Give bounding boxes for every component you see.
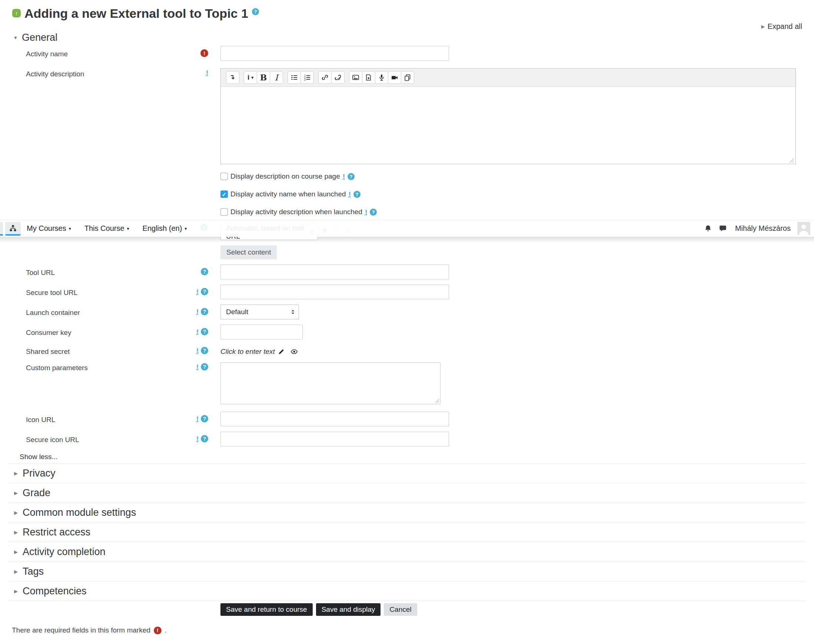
- eye-icon[interactable]: [290, 348, 298, 355]
- record-video-icon[interactable]: [388, 71, 401, 84]
- section-heading-restrict-access[interactable]: ▶ Restrict access: [8, 522, 806, 542]
- chevron-right-icon: ▶: [14, 510, 18, 515]
- navbar: My Courses▾ This Course▾ English (en)▾ M…: [0, 220, 814, 237]
- secure-tool-url-input[interactable]: [221, 285, 449, 299]
- sitemap-icon[interactable]: [5, 222, 21, 236]
- user-name[interactable]: Mihály Mészáros: [735, 224, 791, 233]
- help-icon[interactable]: ?: [201, 435, 208, 442]
- section-heading-common-module-settings[interactable]: ▶ Common module settings: [8, 503, 806, 522]
- navbar-shadow: [0, 236, 814, 243]
- unlink-icon[interactable]: [331, 71, 345, 84]
- icon-url-input[interactable]: [221, 412, 449, 426]
- chevron-right-icon: ▶: [14, 491, 18, 495]
- secure-icon-url-input[interactable]: [221, 432, 449, 446]
- consumer-key-input[interactable]: [221, 325, 303, 339]
- external-tool-activity-icon: ↑: [12, 9, 21, 17]
- unordered-list-icon[interactable]: [288, 71, 301, 84]
- help-icon[interactable]: ?: [201, 288, 208, 295]
- help-icon[interactable]: ?: [201, 328, 208, 335]
- warning-icon: !: [196, 363, 199, 371]
- page-title: Adding a new External tool to Topic 1: [25, 6, 248, 21]
- launch-container-select[interactable]: Default: [221, 305, 299, 319]
- warning-icon: !: [196, 288, 199, 295]
- display-description-checkbox[interactable]: ✓ Display description on course page ! ?: [221, 172, 354, 181]
- custom-parameters-textarea[interactable]: [221, 362, 440, 404]
- nav-this-course[interactable]: This Course▾: [84, 224, 129, 233]
- display-activity-name-checkbox[interactable]: ✓ Display activity name when launched ! …: [221, 190, 360, 198]
- save-and-return-button[interactable]: Save and return to course: [221, 603, 313, 616]
- help-icon[interactable]: ?: [353, 191, 360, 198]
- manage-files-icon[interactable]: [401, 71, 414, 84]
- resize-handle-icon[interactable]: [435, 399, 439, 403]
- chevron-right-icon: ▶: [14, 471, 18, 476]
- cancel-button[interactable]: Cancel: [384, 603, 417, 616]
- display-activity-description-checkbox[interactable]: ✓ Display activity description when laun…: [221, 208, 377, 216]
- section-heading-activity-completion[interactable]: ▶ Activity completion: [8, 542, 806, 561]
- consumer-key-label: Consumer key: [26, 329, 72, 337]
- editor-toolbar: i▾ B I 123: [221, 69, 796, 87]
- help-icon[interactable]: ?: [201, 363, 208, 371]
- required-icon: !: [201, 49, 208, 57]
- section-heading-privacy[interactable]: ▶ Privacy: [8, 463, 806, 483]
- tool-url-input[interactable]: [221, 265, 449, 279]
- form-actions: Save and return to course Save and displ…: [221, 603, 417, 616]
- help-icon[interactable]: ?: [201, 268, 208, 275]
- expand-all-link[interactable]: ▶ Expand all: [761, 22, 802, 31]
- collapse-toolbar-icon[interactable]: [226, 71, 239, 84]
- chevron-down-icon: ▾: [69, 226, 71, 231]
- warning-icon: !: [196, 347, 199, 354]
- insert-media-icon[interactable]: [362, 71, 375, 84]
- section-heading-tags[interactable]: ▶ Tags: [8, 561, 806, 581]
- pencil-icon[interactable]: [278, 348, 285, 355]
- paragraph-styles-icon[interactable]: i▾: [244, 71, 257, 84]
- chevron-down-icon: ▼: [13, 35, 18, 40]
- warning-icon: !: [196, 328, 199, 335]
- chevron-right-icon: ▶: [14, 569, 18, 574]
- save-and-display-button[interactable]: Save and display: [316, 603, 381, 616]
- link-icon[interactable]: [318, 71, 332, 84]
- editor-content-area[interactable]: [221, 87, 796, 164]
- record-audio-icon[interactable]: [375, 71, 388, 84]
- chevron-right-icon: ▶: [761, 24, 765, 29]
- activity-name-label: Activity name: [26, 50, 68, 58]
- warning-icon: !: [196, 435, 199, 442]
- bold-icon[interactable]: B: [257, 71, 270, 84]
- chevron-right-icon: ▶: [14, 530, 18, 535]
- help-icon[interactable]: ?: [370, 209, 377, 216]
- help-icon[interactable]: ?: [348, 173, 354, 180]
- select-content-button[interactable]: Select content: [221, 245, 277, 259]
- checkbox-icon: ✓: [221, 190, 228, 198]
- insert-image-icon[interactable]: [349, 71, 362, 84]
- help-icon[interactable]: ?: [201, 308, 208, 315]
- nav-language[interactable]: English (en)▾: [143, 224, 187, 233]
- shared-secret-placeholder[interactable]: Click to enter text: [221, 348, 275, 356]
- custom-parameters-label: Custom parameters: [26, 364, 88, 372]
- icon-url-label: Icon URL: [26, 416, 55, 424]
- nav-my-courses[interactable]: My Courses▾: [27, 224, 71, 233]
- help-icon[interactable]: ?: [201, 347, 208, 354]
- required-icon: !: [154, 627, 161, 634]
- avatar[interactable]: [797, 222, 810, 235]
- section-heading-general[interactable]: ▼ General: [13, 32, 57, 43]
- help-icon[interactable]: ?: [252, 8, 259, 15]
- required-fields-note: There are required fields in this form m…: [12, 626, 167, 634]
- secure-tool-url-label: Secure tool URL: [26, 289, 77, 297]
- bell-icon[interactable]: [704, 225, 712, 233]
- tool-url-label: Tool URL: [26, 268, 55, 277]
- activity-name-input[interactable]: [221, 46, 449, 61]
- nav-partial-tab: [0, 222, 3, 236]
- warning-icon: !: [196, 416, 199, 422]
- help-icon[interactable]: ?: [201, 415, 208, 422]
- collapsed-sections: ▶ Privacy ▶ Grade ▶ Common module settin…: [8, 463, 806, 601]
- description-rich-text-editor[interactable]: i▾ B I 123: [221, 68, 796, 164]
- italic-icon[interactable]: I: [270, 71, 283, 84]
- chat-icon[interactable]: [719, 225, 727, 233]
- resize-handle-icon[interactable]: [789, 158, 794, 163]
- show-less-link[interactable]: Show less...: [20, 453, 57, 461]
- shared-secret-label: Shared secret: [26, 348, 70, 356]
- ordered-list-icon[interactable]: 123: [300, 71, 314, 84]
- svg-text:3: 3: [304, 78, 306, 81]
- section-heading-grade[interactable]: ▶ Grade: [8, 483, 806, 503]
- section-heading-competencies[interactable]: ▶ Competencies: [8, 581, 806, 601]
- chevron-right-icon: ▶: [14, 549, 18, 554]
